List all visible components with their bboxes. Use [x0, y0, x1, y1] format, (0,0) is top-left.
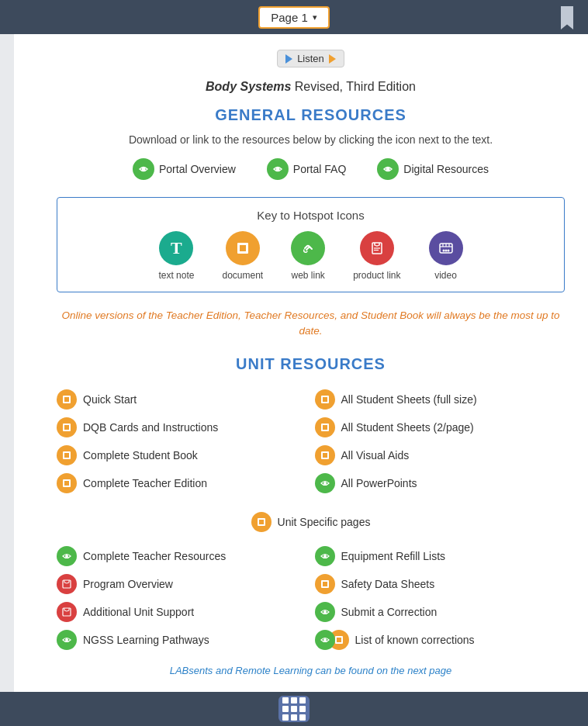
svg-point-18 — [65, 638, 68, 641]
book-title: Body Systems Revised, Third Edition — [57, 80, 565, 94]
all-powerpoints-link[interactable]: All PowerPoints — [315, 469, 566, 497]
digital-resources-link[interactable]: Digital Resources — [377, 158, 489, 180]
svg-point-2 — [386, 168, 390, 171]
hotspot-icons-row: T text note document — [73, 231, 548, 281]
page-label: Page 1 — [271, 11, 308, 24]
unit-resources-grid: Quick Start DQB Cards and Instructions C… — [57, 385, 565, 497]
unit-resources-left-col: Quick Start DQB Cards and Instructions C… — [57, 385, 307, 497]
hotspot-text-note: T text note — [158, 231, 194, 281]
safety-data-sheets-icon — [315, 574, 335, 594]
listen-button[interactable]: Listen — [277, 50, 344, 67]
online-notice: Online versions of the Teacher Edition, … — [57, 308, 565, 340]
all-visual-aids-icon — [315, 445, 335, 465]
product-link-icon — [360, 231, 394, 265]
general-resources-subtitle: Download or link to the resources below … — [57, 133, 565, 146]
portal-overview-label: Portal Overview — [159, 163, 236, 175]
dqb-cards-icon — [57, 417, 77, 437]
equipment-refill-lists-icon — [315, 546, 335, 566]
portal-faq-icon — [267, 158, 289, 180]
hotspot-key-title: Key to Hotspot Icons — [73, 209, 548, 222]
hotspot-key-box: Key to Hotspot Icons T text note documen… — [57, 197, 565, 292]
play-right-icon — [329, 54, 336, 64]
unit-resources-right-col-2: Equipment Refill Lists Safety Data Sheet… — [315, 542, 566, 654]
bookmark — [560, 0, 574, 34]
additional-unit-support-icon — [57, 602, 77, 622]
svg-point-1 — [275, 168, 279, 171]
bottom-toolbar — [0, 692, 588, 726]
portal-overview-link[interactable]: Portal Overview — [133, 158, 236, 180]
ngss-learning-pathways-icon — [57, 630, 77, 650]
svg-point-15 — [65, 555, 68, 558]
complete-student-book-icon — [57, 445, 77, 465]
safety-data-sheets-label: Safety Data Sheets — [341, 578, 435, 590]
unit-specific-row: Unit Specific pages — [57, 508, 565, 536]
all-student-sheets-full-link[interactable]: All Student Sheets (full size) — [315, 385, 566, 413]
program-overview-link[interactable]: Program Overview — [57, 570, 307, 598]
dqb-cards-label: DQB Cards and Instructions — [83, 421, 218, 434]
hotspot-web-link: web link — [291, 231, 325, 281]
complete-student-book-link[interactable]: Complete Student Book — [57, 441, 307, 469]
grid-menu-button[interactable] — [278, 696, 310, 722]
additional-unit-support-link[interactable]: Additional Unit Support — [57, 598, 307, 626]
unit-specific-pages-label: Unit Specific pages — [278, 516, 371, 528]
book-title-rest: Revised, Third Edition — [291, 80, 416, 93]
all-visual-aids-link[interactable]: All Visual Aids — [315, 441, 566, 469]
ngss-learning-pathways-label: NGSS Learning Pathways — [83, 634, 209, 646]
chevron-down-icon: ▾ — [313, 12, 317, 22]
all-student-sheets-2page-link[interactable]: All Student Sheets (2/page) — [315, 413, 566, 441]
header: Page 1 ▾ — [0, 0, 588, 34]
complete-teacher-edition-icon — [57, 473, 77, 493]
online-notice-text: Online versions of the Teacher Edition, … — [61, 309, 559, 337]
submit-correction-link[interactable]: Submit a Correction — [315, 598, 566, 626]
quick-start-icon — [57, 389, 77, 410]
complete-teacher-resources-icon — [57, 546, 77, 566]
equipment-refill-lists-label: Equipment Refill Lists — [341, 550, 446, 562]
document-icon — [226, 231, 260, 265]
unit-resources-right-col: All Student Sheets (full size) All Stude… — [315, 385, 566, 497]
additional-unit-support-label: Additional Unit Support — [83, 606, 194, 618]
video-icon — [429, 231, 463, 265]
quick-start-link[interactable]: Quick Start — [57, 385, 307, 413]
safety-data-sheets-link[interactable]: Safety Data Sheets — [315, 570, 566, 598]
svg-point-13 — [447, 250, 449, 252]
ngss-learning-pathways-link[interactable]: NGSS Learning Pathways — [57, 626, 307, 654]
svg-point-20 — [323, 610, 327, 614]
page-selector-button[interactable]: Page 1 ▾ — [258, 6, 330, 29]
svg-point-21 — [323, 638, 327, 641]
dual-icon-wrapper — [315, 630, 349, 650]
svg-point-0 — [142, 168, 146, 171]
all-student-sheets-2page-label: All Student Sheets (2/page) — [341, 421, 474, 434]
main-content: Listen Body Systems Revised, Third Editi… — [0, 34, 588, 726]
svg-point-14 — [323, 482, 327, 485]
unit-resources-left-col-2: Complete Teacher Resources Program Overv… — [57, 542, 307, 654]
resource-links-row: Portal Overview Portal FAQ Digital Resou… — [57, 158, 565, 180]
text-note-icon: T — [159, 231, 193, 265]
all-visual-aids-label: All Visual Aids — [341, 449, 410, 462]
hotspot-product-link: product link — [353, 231, 400, 281]
known-corrections-green-icon — [315, 630, 335, 650]
grid-dots-icon — [282, 697, 306, 721]
complete-teacher-edition-label: Complete Teacher Edition — [83, 477, 207, 489]
book-title-italic: Body Systems — [206, 80, 291, 93]
complete-teacher-edition-link[interactable]: Complete Teacher Edition — [57, 469, 307, 497]
svg-point-19 — [323, 555, 327, 558]
web-link-label: web link — [291, 270, 324, 281]
hotspot-video: video — [429, 231, 463, 281]
unit-specific-pages-link[interactable]: Unit Specific pages — [251, 508, 371, 536]
unit-resources-grid-2: Complete Teacher Resources Program Overv… — [57, 542, 565, 654]
list-known-corrections-label: List of known corrections — [355, 634, 475, 646]
complete-teacher-resources-link[interactable]: Complete Teacher Resources — [57, 542, 307, 570]
dqb-cards-link[interactable]: DQB Cards and Instructions — [57, 413, 307, 441]
video-label: video — [434, 270, 457, 281]
complete-teacher-resources-label: Complete Teacher Resources — [83, 550, 226, 562]
general-resources-heading: GENERAL RESOURCES — [57, 106, 565, 124]
list-known-corrections-link[interactable]: List of known corrections — [315, 626, 566, 654]
equipment-refill-lists-link[interactable]: Equipment Refill Lists — [315, 542, 566, 570]
play-left-icon — [285, 54, 292, 64]
product-link-label: product link — [353, 270, 400, 281]
web-link-icon — [291, 231, 325, 265]
portal-faq-link[interactable]: Portal FAQ — [267, 158, 346, 180]
submit-correction-label: Submit a Correction — [341, 606, 438, 618]
digital-resources-icon — [377, 158, 399, 180]
all-student-sheets-full-icon — [315, 389, 335, 410]
